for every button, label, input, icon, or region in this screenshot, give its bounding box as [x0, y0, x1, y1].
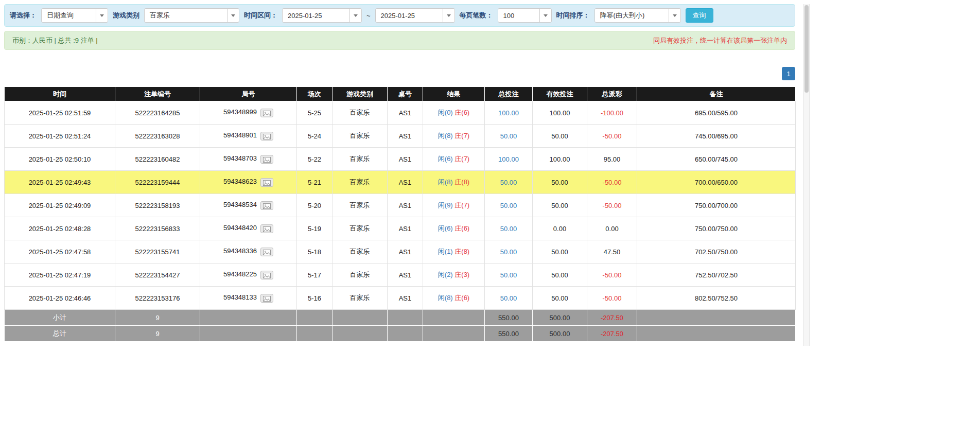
cell-time: 2025-01-25 02:47:58 — [5, 240, 115, 264]
cell-total-bet[interactable]: 50.00 — [485, 240, 533, 264]
footer-empty-cell — [637, 310, 796, 326]
cell-result: 闲(2) 庄(3) — [423, 264, 485, 287]
cell-total-bet[interactable]: 50.00 — [485, 264, 533, 287]
table-row[interactable]: 2025-01-25 02:47:19522223154427594348225… — [5, 264, 796, 287]
footer-count: 9 — [115, 310, 200, 326]
cell-note: 650.00/745.00 — [637, 148, 796, 171]
cell-bet-id: 522223159444 — [115, 171, 200, 194]
cell-valid-bet: 0.00 — [533, 217, 587, 240]
cell-bet-id: 522223164285 — [115, 101, 200, 125]
table-header-row: 时间注单编号局号场次游戏类别桌号结果总投注有效投注总派彩备注 — [5, 87, 796, 101]
cell-total-bet[interactable]: 100.00 — [485, 101, 533, 125]
cell-payout: -50.00 — [587, 125, 637, 148]
cell-table-number: AS1 — [388, 194, 423, 217]
cell-game-type: 百家乐 — [332, 171, 388, 194]
table-row[interactable]: 2025-01-25 02:50:10522223160482594348703… — [5, 148, 796, 171]
column-header: 结果 — [423, 87, 485, 101]
cell-game-type: 百家乐 — [332, 287, 388, 310]
footer-label: 小计 — [5, 310, 115, 326]
roadmap-icon[interactable] — [260, 132, 273, 141]
cell-note: 745.00/695.00 — [637, 125, 796, 148]
subtotal-row: 小计9 550.00500.00-207.50 — [5, 310, 796, 326]
cell-total-bet[interactable]: 100.00 — [485, 148, 533, 171]
cell-round-id: 594348623 — [200, 171, 297, 194]
result-player: 闲(8) — [438, 294, 453, 302]
cell-total-bet[interactable]: 50.00 — [485, 287, 533, 310]
cell-total-bet[interactable]: 50.00 — [485, 125, 533, 148]
cell-time: 2025-01-25 02:48:28 — [5, 217, 115, 240]
cell-game-type: 百家乐 — [332, 240, 388, 264]
cell-note: 700.00/650.00 — [637, 171, 796, 194]
search-button[interactable]: 查询 — [686, 8, 713, 23]
result-banker: 庄(7) — [454, 132, 469, 139]
roadmap-icon[interactable] — [260, 224, 273, 233]
cell-payout: -50.00 — [587, 264, 637, 287]
cell-bet-id: 522223155741 — [115, 240, 200, 264]
result-player: 闲(6) — [438, 155, 453, 163]
cell-total-bet[interactable]: 50.00 — [485, 194, 533, 217]
result-banker: 庄(6) — [454, 224, 469, 232]
cell-session: 5-18 — [297, 240, 332, 264]
round-id-text: 594348336 — [223, 247, 257, 255]
cell-payout: 95.00 — [587, 148, 637, 171]
footer-empty-cell — [423, 310, 485, 326]
total-row: 总计9 550.00500.00-207.50 — [5, 326, 796, 342]
table-row[interactable]: 2025-01-25 02:48:28522223156833594348420… — [5, 217, 796, 240]
roadmap-icon[interactable] — [260, 294, 273, 303]
chevron-down-icon — [669, 9, 680, 22]
table-row[interactable]: 2025-01-25 02:51:59522223164285594348999… — [5, 101, 796, 125]
cell-valid-bet: 100.00 — [533, 148, 587, 171]
page-1-button[interactable]: 1 — [782, 67, 795, 80]
table-row[interactable]: 2025-01-25 02:49:43522223159444594348623… — [5, 171, 796, 194]
footer-empty-cell — [332, 326, 388, 342]
cell-round-id: 594348420 — [200, 217, 297, 240]
date-from-select[interactable]: 2025-01-25 — [282, 8, 362, 23]
table-row[interactable]: 2025-01-25 02:47:58522223155741594348336… — [5, 240, 796, 264]
result-player: 闲(6) — [438, 224, 453, 232]
result-player: 闲(9) — [438, 201, 453, 209]
cell-total-bet[interactable]: 50.00 — [485, 171, 533, 194]
round-id-text: 594348703 — [223, 154, 257, 162]
cell-time: 2025-01-25 02:50:10 — [5, 148, 115, 171]
cell-session: 5-22 — [297, 148, 332, 171]
cell-result: 闲(9) 庄(7) — [423, 194, 485, 217]
cell-note: 695.00/595.00 — [637, 101, 796, 125]
vertical-scrollbar[interactable] — [803, 4, 810, 346]
roadmap-icon[interactable] — [260, 109, 273, 117]
time-sort-select[interactable]: 降幂(由大到小) — [594, 8, 681, 23]
game-type-select[interactable]: 百家乐 — [144, 8, 239, 23]
footer-total-bet: 550.00 — [485, 310, 533, 326]
cell-round-id: 594348703 — [200, 148, 297, 171]
scrollbar-thumb[interactable] — [804, 5, 809, 93]
date-to-select[interactable]: 2025-01-25 — [375, 8, 455, 23]
date-from-value: 2025-01-25 — [283, 12, 349, 20]
page-size-select[interactable]: 100 — [498, 8, 552, 23]
query-type-value: 日期查询 — [42, 11, 96, 20]
chevron-down-icon — [349, 9, 361, 22]
roadmap-icon[interactable] — [260, 178, 273, 187]
cell-session: 5-19 — [297, 217, 332, 240]
table-row[interactable]: 2025-01-25 02:49:09522223158193594348534… — [5, 194, 796, 217]
roadmap-icon[interactable] — [260, 201, 273, 210]
summary-currency-count: 币别：人民币 | 总共 :9 注单 | — [12, 36, 98, 45]
cell-total-bet[interactable]: 50.00 — [485, 217, 533, 240]
column-header: 总投注 — [485, 87, 533, 101]
table-row[interactable]: 2025-01-25 02:46:46522223153176594348133… — [5, 287, 796, 310]
cell-table-number: AS1 — [388, 264, 423, 287]
cell-round-id: 594348133 — [200, 287, 297, 310]
table-row[interactable]: 2025-01-25 02:51:24522223163028594348901… — [5, 125, 796, 148]
cell-note: 750.00/750.00 — [637, 217, 796, 240]
page-size-value: 100 — [498, 12, 539, 20]
summary-bar: 币别：人民币 | 总共 :9 注单 | 同局有效投注，统一计算在该局第一张注单内 — [4, 31, 795, 50]
result-banker: 庄(7) — [454, 155, 469, 163]
column-header: 时间 — [5, 87, 115, 101]
roadmap-icon[interactable] — [260, 155, 273, 164]
cell-game-type: 百家乐 — [332, 101, 388, 125]
footer-empty-cell — [423, 326, 485, 342]
roadmap-icon[interactable] — [260, 271, 273, 279]
footer-empty-cell — [297, 326, 332, 342]
result-banker: 庄(6) — [454, 109, 469, 116]
column-header: 有效投注 — [533, 87, 587, 101]
query-type-select[interactable]: 日期查询 — [41, 8, 108, 23]
roadmap-icon[interactable] — [260, 248, 273, 256]
